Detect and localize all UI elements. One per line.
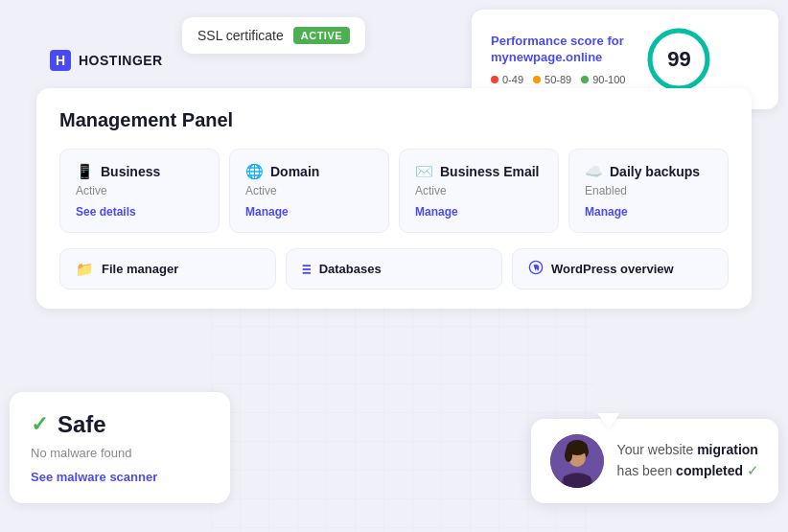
- performance-title: Performance score for mynewpage.online: [491, 34, 625, 66]
- legend-item-low: 0-49: [491, 74, 523, 85]
- backups-link[interactable]: Manage: [585, 205, 712, 219]
- file-manager-icon: 📁: [76, 261, 94, 278]
- service-domain: 🌐 Domain Active Manage: [229, 149, 389, 233]
- backups-name: Daily backups: [610, 164, 700, 179]
- legend-item-high: 90-100: [581, 74, 625, 85]
- business-name: Business: [101, 164, 160, 179]
- legend-dot-green: [581, 76, 589, 83]
- services-grid: 📱 Business Active See details 🌐 Domain A…: [59, 149, 729, 233]
- logo-text: HOSTINGER: [79, 53, 163, 68]
- business-icon: 📱: [76, 163, 94, 180]
- svg-point-8: [565, 449, 572, 462]
- avatar-image: [550, 434, 604, 488]
- avatar: [550, 434, 604, 488]
- hostinger-logo: H HOSTINGER: [50, 50, 163, 71]
- legend-item-mid: 50-89: [533, 74, 571, 85]
- email-icon: ✉️: [415, 163, 433, 180]
- migration-card: Your website migration has been complete…: [531, 419, 778, 503]
- safe-card: ✓ Safe No malware found See malware scan…: [10, 392, 230, 503]
- service-backups: ☁️ Daily backups Enabled Manage: [568, 149, 729, 233]
- completed-check-icon: ✓: [747, 462, 759, 478]
- backups-status: Enabled: [585, 184, 712, 197]
- wordpress-icon: [528, 260, 544, 278]
- email-name: Business Email: [440, 164, 540, 179]
- email-link[interactable]: Manage: [415, 205, 543, 219]
- service-email: ✉️ Business Email Active Manage: [399, 149, 559, 233]
- business-link[interactable]: See details: [76, 205, 203, 219]
- management-card: Management Panel 📱 Business Active See d…: [36, 88, 752, 309]
- domain-icon: 🌐: [245, 163, 264, 180]
- business-status: Active: [76, 184, 203, 197]
- migration-text: Your website migration has been complete…: [617, 440, 759, 482]
- performance-legend: 0-49 50-89 90-100: [491, 74, 625, 85]
- ssl-card: SSL certificate ACTIVE: [182, 17, 365, 54]
- migration-bold-1: migration: [697, 442, 758, 457]
- safe-title: Safe: [58, 411, 106, 438]
- ssl-active-badge: ACTIVE: [293, 27, 350, 44]
- score-circle: 99: [644, 25, 713, 94]
- logo-icon: H: [50, 50, 71, 71]
- databases-button[interactable]: ≡ Databases: [286, 248, 502, 289]
- score-number: 99: [667, 47, 690, 72]
- safe-subtitle: No malware found: [31, 446, 209, 460]
- service-business: 📱 Business Active See details: [59, 149, 220, 233]
- file-manager-label: File manager: [102, 262, 178, 276]
- migration-bold-2: completed: [676, 463, 743, 478]
- wordpress-button[interactable]: WordPress overview: [512, 248, 729, 289]
- wordpress-label: WordPress overview: [551, 262, 674, 276]
- backups-icon: ☁️: [585, 163, 603, 180]
- domain-link[interactable]: Manage: [245, 205, 373, 219]
- file-manager-button[interactable]: 📁 File manager: [59, 248, 276, 289]
- quick-actions: 📁 File manager ≡ Databases WordPress ove…: [59, 248, 729, 289]
- domain-status: Active: [245, 184, 373, 197]
- email-status: Active: [415, 184, 543, 197]
- legend-dot-orange: [533, 76, 541, 83]
- management-title: Management Panel: [59, 109, 729, 131]
- checkmark-icon: ✓: [31, 412, 48, 437]
- domain-name: Domain: [270, 164, 319, 179]
- logo-h-letter: H: [56, 53, 65, 68]
- databases-icon: ≡: [302, 260, 312, 278]
- ssl-label: SSL certificate: [197, 28, 284, 43]
- legend-dot-red: [491, 76, 498, 83]
- malware-scanner-link[interactable]: See malware scanner: [31, 470, 209, 484]
- databases-label: Databases: [319, 262, 382, 276]
- main-container: SSL certificate ACTIVE Performance score…: [0, 0, 788, 532]
- bubble-pointer: [597, 413, 620, 428]
- performance-text: Performance score for mynewpage.online 0…: [491, 34, 625, 85]
